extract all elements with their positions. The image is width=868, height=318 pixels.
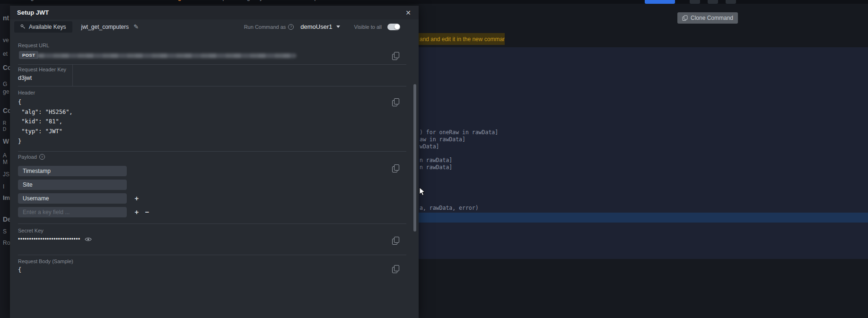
toggle-knob — [395, 24, 400, 29]
sidebar-fragment: A — [3, 152, 7, 159]
divider — [18, 151, 406, 152]
run-as-user-dropdown[interactable]: demoUser1 — [300, 23, 340, 30]
secret-key-row: •••••••••••••••••••••••••••• — [18, 236, 92, 242]
copy-request-body-icon[interactable] — [392, 265, 399, 273]
sidebar-fragment: Co — [3, 107, 10, 114]
mouse-cursor — [419, 187, 426, 198]
sidebar-clipped: nt ve et Co G ge Co R D W A M JS I Im De… — [0, 4, 10, 318]
divider — [18, 64, 406, 65]
clone-command-label: Clone Command — [691, 15, 733, 21]
code-line: a, rawData, error) — [420, 205, 479, 211]
modal-header: Setup JWT ✕ — [10, 6, 419, 19]
command-name: jwt_get_computers — [81, 24, 129, 30]
code-line: ) for oneRaw in rawData] — [420, 129, 498, 136]
tab-mitre-attack-monitor[interactable]: MITRE ATT&CK Monitor — [88, 0, 150, 1]
json-line: "alg": "HS256", — [18, 107, 73, 117]
sidebar-fragment: De — [3, 215, 10, 223]
sidebar-fragment: ge — [3, 88, 9, 95]
sidebar-fragment: Co — [3, 64, 10, 71]
column-divider — [72, 64, 73, 86]
primary-action-button[interactable] — [645, 0, 675, 4]
help-icon[interactable]: ? — [288, 24, 294, 30]
sidebar-fragment: ve — [3, 37, 9, 43]
menu-icon[interactable] — [726, 0, 736, 4]
command-editor-pane: Clone Command and and edit it in the new… — [419, 4, 868, 318]
json-line: { — [18, 265, 21, 275]
warning-banner: and and edit it in the new command. — [419, 33, 505, 45]
tab-report[interactable]: Report — [307, 0, 330, 1]
json-line: } — [18, 137, 73, 146]
warning-text: and and edit it in the new command. — [420, 36, 505, 43]
payload-label: Payload — [18, 154, 37, 160]
json-line: { — [18, 97, 73, 107]
run-as-user-value: demoUser1 — [300, 23, 332, 30]
copy-payload-icon[interactable] — [392, 164, 399, 172]
eye-icon[interactable] — [85, 237, 92, 242]
visible-to-all-toggle[interactable] — [387, 24, 400, 30]
secret-key-label: Secret Key — [18, 228, 44, 233]
sidebar-fragment: I — [3, 183, 4, 190]
code-line: wData] — [420, 143, 439, 150]
sidebar-fragment: S — [3, 228, 7, 235]
sidebar-fragment: Ro — [3, 240, 10, 246]
visible-to-all-label: Visible to all — [354, 24, 382, 30]
sidebar-fragment: nt — [3, 14, 9, 22]
copy-request-url-icon[interactable] — [392, 52, 399, 60]
modal-title: Setup JWT — [17, 9, 49, 16]
key-icon — [20, 24, 26, 29]
request-header-key-value: d3jwt — [18, 75, 32, 81]
payload-field-timestamp[interactable] — [18, 166, 127, 176]
sidebar-fragment: JS — [3, 171, 9, 178]
toolbar-icon[interactable] — [708, 0, 718, 4]
tab-preprocessing-playbook-viewer[interactable]: Preprocessing Playbook Viewer — [214, 0, 294, 1]
sidebar-fragment: M — [3, 159, 8, 165]
selected-code-row — [419, 213, 868, 223]
payload-label-row: Payload ? — [18, 154, 45, 160]
secret-key-masked-value: •••••••••••••••••••••••••••• — [18, 236, 80, 242]
code-line: aw in rawData] — [420, 136, 465, 143]
json-line: "typ": "JWT" — [18, 127, 73, 137]
payload-field-site[interactable] — [18, 180, 127, 190]
divider — [18, 223, 406, 224]
divider — [18, 86, 406, 86]
header-json: { "alg": "HS256", "kid": "81", "typ": "J… — [18, 97, 73, 146]
modal-toolbar: Available Keys jwt_get_computers ✎ Run C… — [10, 19, 419, 34]
code-line: n rawData] — [420, 164, 452, 171]
toolbar-icon[interactable] — [690, 0, 700, 4]
nav-tabs: Investigation Dashboard MITRE ATT&CK Mon… — [14, 0, 330, 4]
available-keys-button[interactable]: Available Keys — [14, 21, 72, 33]
top-navigation: Investigation Dashboard MITRE ATT&CK Mon… — [0, 0, 868, 4]
new-payload-field-input[interactable] — [18, 207, 127, 217]
tab-report-label: Report — [307, 0, 324, 1]
clone-command-button[interactable]: Clone Command — [677, 12, 738, 24]
request-body-label: Request Body (Sample) — [18, 258, 73, 264]
modal-scrollbar-thumb[interactable] — [413, 84, 416, 232]
header-label: Header — [18, 90, 35, 95]
tab-investigation-dashboard[interactable]: Investigation Dashboard — [14, 0, 75, 1]
http-method-badge: POST — [19, 51, 38, 59]
setup-jwt-modal: Setup JWT ✕ Available Keys jwt_get_compu… — [10, 6, 419, 318]
remove-field-icon[interactable]: − — [143, 208, 151, 216]
close-icon[interactable]: ✕ — [405, 9, 411, 16]
copy-header-icon[interactable] — [392, 98, 399, 106]
edit-pencil-icon[interactable]: ✎ — [133, 23, 139, 30]
sidebar-fragment: et — [3, 51, 8, 57]
request-body-json: { — [18, 265, 21, 275]
request-url-label: Request URL — [18, 43, 49, 48]
chevron-down-icon — [336, 26, 340, 28]
add-field-icon[interactable]: + — [133, 194, 140, 203]
code-editor: ) for oneRaw in rawData] aw in rawData] … — [419, 47, 868, 259]
sidebar-fragment: Im — [3, 194, 10, 201]
sidebar-fragment: R — [3, 120, 6, 126]
code-line: n rawData] — [420, 157, 452, 163]
add-field-icon[interactable]: + — [133, 208, 140, 216]
copy-secret-key-icon[interactable] — [392, 237, 399, 245]
payload-field-username[interactable] — [18, 193, 127, 204]
clone-icon — [682, 15, 688, 21]
divider — [18, 255, 406, 255]
json-line: "kid": "81", — [18, 117, 73, 127]
tab-configuration[interactable]: Configuration — [163, 0, 201, 1]
request-header-key-label: Request Header Key — [18, 67, 66, 72]
help-icon[interactable]: ? — [39, 154, 45, 160]
sidebar-fragment: G — [3, 81, 7, 87]
